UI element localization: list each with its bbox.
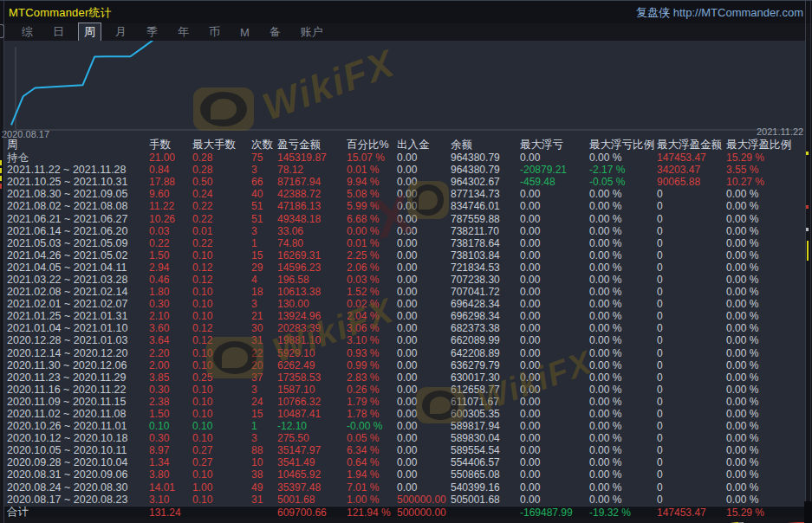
table-row[interactable]: 2020.09.28 ~ 2020.10.041.340.27103541.49… xyxy=(4,456,806,468)
value-cell-3: 10613.38 xyxy=(277,286,347,298)
value-cell-0: 10.26 xyxy=(149,213,192,225)
table-row[interactable]: 2021.08.30 ~ 2021.09.059.600.244042388.7… xyxy=(4,188,806,200)
value-cell-2: 31 xyxy=(251,334,277,346)
value-cell-8: 0.00 % xyxy=(589,371,657,384)
value-cell-3: 130.00 xyxy=(277,298,347,310)
tab-3[interactable]: 月 xyxy=(109,23,133,42)
tab-5[interactable]: 年 xyxy=(172,23,195,42)
tab-0[interactable]: 综 xyxy=(16,23,39,42)
value-cell-3: 78.12 xyxy=(277,164,347,176)
table-row[interactable]: 2020.12.14 ~ 2020.12.202.200.10225929.10… xyxy=(4,347,806,359)
value-cell-7: -20879.21 xyxy=(520,164,589,176)
value-cell-6: 630017.30 xyxy=(451,371,520,384)
value-cell-7: 0.00 xyxy=(520,237,589,249)
table-row[interactable]: 2021.11.22 ~ 2021.11.280.840.28378.120.0… xyxy=(4,164,806,176)
value-cell-3: 275.50 xyxy=(277,432,347,444)
value-cell-9: 0 xyxy=(657,359,726,371)
value-cell-3: 14596.23 xyxy=(277,262,347,274)
value-cell-10: 0.00 % xyxy=(726,481,806,494)
tab-7[interactable]: M xyxy=(234,24,256,41)
value-cell-8: 0.00 % xyxy=(589,200,657,212)
table-row[interactable]: 2021.01.04 ~ 2021.01.103.600.123020283.3… xyxy=(4,322,806,334)
value-cell-1: 0.10 xyxy=(192,310,251,322)
col-header-3: 次数 xyxy=(251,138,277,152)
value-cell-3: 35397.48 xyxy=(277,481,347,494)
table-row[interactable]: 2021.02.08 ~ 2021.02.141.800.101810613.3… xyxy=(4,286,806,298)
edge-tick xyxy=(806,228,809,231)
value-cell-10: 0.00 % xyxy=(726,334,806,346)
value-cell-6: 642208.89 xyxy=(451,347,520,359)
value-cell-1: 0.25 xyxy=(192,371,251,384)
period-cell: 2020.11.09 ~ 2020.11.15 xyxy=(7,396,149,408)
value-cell-10: 0.00 % xyxy=(726,286,806,298)
value-cell-5: 0.00 xyxy=(397,371,451,384)
value-cell-6: 611071.67 xyxy=(451,396,520,408)
col-header-4: 盈亏金额 xyxy=(277,138,347,152)
value-cell-2: 3 xyxy=(251,432,277,444)
value-cell-7: 0.00 xyxy=(520,225,589,237)
value-cell-2: 75 xyxy=(251,152,277,164)
table-row[interactable]: 2021.04.05 ~ 2021.04.112.940.122914596.2… xyxy=(4,262,806,274)
value-cell-6: 707041.72 xyxy=(451,286,520,298)
value-cell-0: 1.34 xyxy=(149,456,192,468)
table-row[interactable]: 2021.10.25 ~ 2021.10.3117.880.506687167.… xyxy=(4,176,806,188)
brand-url-link[interactable]: http://MTCommander.com xyxy=(673,6,803,19)
table-row[interactable]: 2020.12.28 ~ 2021.01.033.640.123119881.1… xyxy=(4,334,806,346)
edge-tick xyxy=(0,160,2,165)
value-cell-0: 0.03 xyxy=(149,225,192,237)
value-cell-0: 3.60 xyxy=(149,322,192,334)
table-row[interactable]: 2021.06.21 ~ 2021.06.2710.260.225149348.… xyxy=(4,212,806,224)
value-cell-10: 0.00 % xyxy=(726,396,806,408)
value-cell-7: 0.00 xyxy=(520,188,589,200)
table-row[interactable]: 持仓21.000.2875145319.8715.07 %0.00964380.… xyxy=(4,152,806,164)
table-row[interactable]: 2020.08.17 ~ 2020.08.233.100.10315001.68… xyxy=(4,494,806,506)
value-cell-1: 0.10 xyxy=(192,420,251,432)
table-row[interactable]: 2021.02.01 ~ 2021.02.070.300.103130.000.… xyxy=(4,298,806,310)
tab-1[interactable]: 日 xyxy=(47,23,70,42)
value-cell-10: 0.00 % xyxy=(726,494,806,506)
tab-4[interactable]: 季 xyxy=(140,23,164,42)
value-cell-9: 0 xyxy=(657,286,726,298)
value-cell-7: 0.00 xyxy=(520,274,589,286)
table-row[interactable]: 2020.11.02 ~ 2020.11.081.500.101510487.4… xyxy=(4,408,806,420)
table-row[interactable]: 2021.01.25 ~ 2021.01.312.100.102113924.9… xyxy=(4,310,806,322)
edge-tick xyxy=(0,168,2,173)
value-cell-1: 0.22 xyxy=(192,237,251,249)
value-cell-2: 24 xyxy=(251,396,277,408)
value-cell-2: 88 xyxy=(251,444,277,456)
table-row[interactable]: 2021.03.22 ~ 2021.03.280.460.124196.580.… xyxy=(4,274,806,286)
table-row[interactable]: 2020.10.05 ~ 2020.10.118.970.278835147.9… xyxy=(4,444,806,456)
value-cell-1: 0.12 xyxy=(192,274,251,286)
table-row[interactable]: 2020.10.26 ~ 2020.11.010.100.101-12.10-0… xyxy=(4,420,806,432)
period-cell: 2021.04.05 ~ 2021.04.11 xyxy=(7,262,149,274)
tab-2[interactable]: 周 xyxy=(78,23,101,42)
value-cell-1: 0.50 xyxy=(192,176,251,188)
tab-8[interactable]: 备 xyxy=(263,23,287,42)
period-cell: 2021.05.03 ~ 2021.05.09 xyxy=(7,237,149,249)
table-row[interactable]: 2020.11.30 ~ 2020.12.062.000.10206262.49… xyxy=(4,359,806,371)
table-row[interactable]: 2020.11.23 ~ 2020.11.293.850.253717358.5… xyxy=(4,371,806,384)
value-cell-6: 834746.01 xyxy=(451,200,520,212)
table-row[interactable]: 2021.05.03 ~ 2021.05.090.220.22174.800.0… xyxy=(4,237,806,249)
equity-curve-chart[interactable]: 2020.08.17 2021.11.22 xyxy=(4,41,806,138)
tab-6[interactable]: 币 xyxy=(203,23,226,42)
left-window-border xyxy=(3,1,4,523)
table-row[interactable]: 2021.04.26 ~ 2021.05.021.500.101516269.3… xyxy=(4,249,806,262)
tab-9[interactable]: 账户 xyxy=(295,23,329,42)
table-row[interactable]: 2021.06.14 ~ 2021.06.200.030.01333.060.0… xyxy=(4,225,806,237)
value-cell-2: 15 xyxy=(251,408,277,420)
value-cell-8: 0.00 % xyxy=(589,494,657,506)
value-cell-2: 38 xyxy=(251,468,277,481)
value-cell-4: 1.52 % xyxy=(347,286,397,298)
value-cell-8: 0.00 % xyxy=(589,274,657,286)
period-cell: 2020.12.28 ~ 2021.01.03 xyxy=(7,334,149,346)
table-row[interactable]: 2020.11.16 ~ 2020.11.220.300.1031587.100… xyxy=(4,384,806,396)
table-row[interactable]: 2020.08.31 ~ 2020.09.063.800.103810465.9… xyxy=(4,468,806,481)
table-row[interactable]: 2021.08.02 ~ 2021.08.0811.220.225147186.… xyxy=(4,200,806,212)
value-cell-9: 0 xyxy=(657,322,726,334)
table-row[interactable]: 2020.08.24 ~ 2020.08.3014.011.004935397.… xyxy=(4,481,806,494)
value-cell-2: 3 xyxy=(251,225,277,237)
value-cell-3: -12.10 xyxy=(277,420,347,432)
table-row[interactable]: 2020.10.12 ~ 2020.10.180.300.103275.500.… xyxy=(4,432,806,444)
table-row[interactable]: 2020.11.09 ~ 2020.11.152.380.102410766.3… xyxy=(4,396,806,408)
